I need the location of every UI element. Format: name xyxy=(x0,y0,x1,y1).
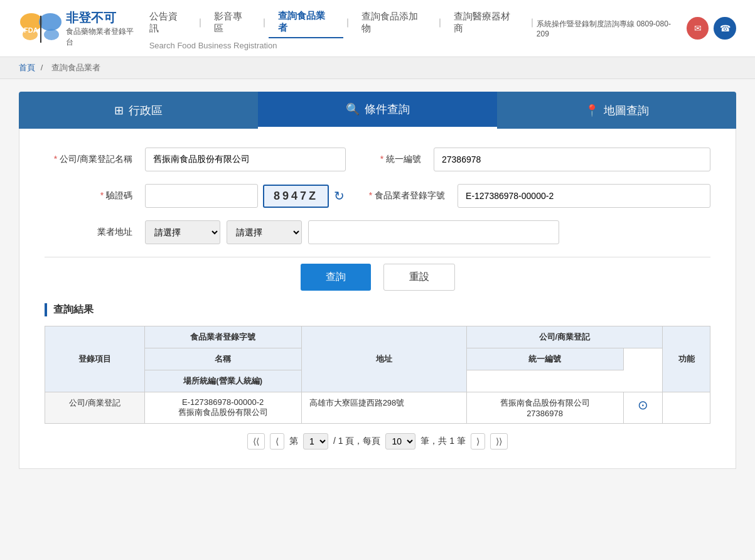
reset-button[interactable]: 重設 xyxy=(383,264,455,291)
unified-label: * 統一編號 xyxy=(358,154,421,165)
svg-text:FDA: FDA xyxy=(24,26,38,34)
address-label: 業者地址 xyxy=(45,227,132,238)
results-section: 查詢結果 登錄項目 食品業者登錄字號 地址 公司/商業登記 功能 名稱 統一編號 xyxy=(45,303,710,450)
pagination-prev-button[interactable]: ⟨ xyxy=(270,433,284,450)
pagination-total-label: / 1 頁，每頁 xyxy=(333,436,380,447)
captcha-input[interactable] xyxy=(145,184,258,208)
captcha-label: * 驗證碼 xyxy=(45,190,132,202)
mail-icon-button[interactable]: ✉ xyxy=(687,17,709,40)
logo-svg: FDA xyxy=(19,6,63,50)
breadcrumb: 首頁 / 查詢食品業者 xyxy=(0,57,755,79)
nav-media[interactable]: 影音專區 xyxy=(205,8,260,38)
captcha-display: 8947Z xyxy=(263,185,329,208)
logo-graphic: FDA xyxy=(19,6,63,50)
form-row-1: * 公司/商業登記名稱 * 統一編號 xyxy=(45,148,710,171)
view-icon[interactable]: ⊙ xyxy=(638,398,648,412)
tab-map-label: 地圖查詢 xyxy=(604,103,649,118)
pagination-first-button[interactable]: ⟨⟨ xyxy=(247,433,265,450)
button-row: 查詢 重設 xyxy=(45,264,710,291)
support-text: 系統操作暨登錄制度諮詢專線 0809-080-209 xyxy=(537,19,682,38)
tab-map[interactable]: 📍 地圖查詢 xyxy=(497,92,736,129)
company-label: * 公司/商業登記名稱 xyxy=(45,154,132,165)
pagination-suffix: 筆，共 1 筆 xyxy=(420,436,466,447)
cell-type: 公司/商業登記 xyxy=(45,392,145,424)
reg-input[interactable] xyxy=(458,184,710,208)
tab-condition[interactable]: 🔍 條件查詢 xyxy=(258,92,497,129)
search-form: * 公司/商業登記名稱 * 統一編號 * 驗證碼 8947Z ↻ * 食品業者登… xyxy=(19,129,736,469)
company-input[interactable] xyxy=(145,148,346,171)
captcha-group: 8947Z ↻ xyxy=(145,184,345,208)
breadcrumb-current: 查詢食品業者 xyxy=(51,63,100,72)
tab-condition-icon: 🔍 xyxy=(346,102,360,116)
breadcrumb-sep: / xyxy=(41,63,43,72)
nav-announcements[interactable]: 公告資訊 xyxy=(140,8,196,38)
nav-sub-label: Search Food Business Registration xyxy=(140,41,277,50)
results-title: 查詢結果 xyxy=(45,303,710,316)
col-address: 地址 xyxy=(301,326,466,392)
unified-input[interactable] xyxy=(434,148,710,171)
pagination-page-label: 第 xyxy=(289,436,298,447)
form-row-3: 業者地址 請選擇 請選擇 xyxy=(45,220,710,244)
tab-bar: ⊞ 行政區 🔍 條件查詢 📍 地圖查詢 xyxy=(19,92,736,129)
tab-map-icon: 📍 xyxy=(585,104,599,117)
address-select-2[interactable]: 請選擇 xyxy=(227,220,302,244)
pagination-next-button[interactable]: ⟩ xyxy=(471,433,485,450)
tab-admin-label: 行政區 xyxy=(129,103,163,118)
table-row: 公司/商業登記 E-127386978-00000-2舊振南食品股份有限公司 高… xyxy=(45,392,710,424)
logo-title: 非登不可 xyxy=(66,9,116,26)
col-name-header: 名稱 xyxy=(144,348,301,370)
query-button[interactable]: 查詢 xyxy=(301,264,371,291)
cell-company-info: 舊振南食品股份有限公司27386978 xyxy=(466,392,623,424)
col-company-reg: 公司/商業登記 xyxy=(466,326,662,348)
captcha-refresh-button[interactable]: ↻ xyxy=(334,188,345,203)
col-reg-no-header: 食品業者登錄字號 xyxy=(144,326,301,348)
cell-function[interactable]: ⊙ xyxy=(623,392,662,424)
svg-point-1 xyxy=(39,13,62,31)
address-select-1[interactable]: 請選擇 xyxy=(145,220,220,244)
cell-address: 高雄市大寮區捷西路298號 xyxy=(301,392,466,424)
address-text-input[interactable] xyxy=(308,220,559,244)
reg-label: * 食品業者登錄字號 xyxy=(357,190,445,202)
main-content: ⊞ 行政區 🔍 條件查詢 📍 地圖查詢 * 公司/商業登記名稱 * 統一編號 xyxy=(0,79,755,482)
tab-condition-label: 條件查詢 xyxy=(365,102,410,117)
page-header: FDA 非登不可 食品藥物業者登錄平台 公告資訊 ｜ 影音專區 ｜ 查詢食品業者… xyxy=(0,0,755,57)
logo-subtitle: 食品藥物業者登錄平台 xyxy=(66,26,140,48)
logo-text-block: 非登不可 食品藥物業者登錄平台 xyxy=(66,9,140,48)
tab-admin[interactable]: ⊞ 行政區 xyxy=(19,92,258,129)
nav-area: 公告資訊 ｜ 影音專區 ｜ 查詢食品業者 ｜ 查詢食品添加物 ｜ 查詢醫療器材商… xyxy=(140,7,537,50)
breadcrumb-home[interactable]: 首頁 xyxy=(19,63,35,72)
tab-admin-icon: ⊞ xyxy=(114,104,124,117)
form-row-2: * 驗證碼 8947Z ↻ * 食品業者登錄字號 xyxy=(45,184,710,208)
pagination-page-select[interactable]: 1 xyxy=(303,433,328,450)
nav-links: 公告資訊 ｜ 影音專區 ｜ 查詢食品業者 ｜ 查詢食品添加物 ｜ 查詢醫療器材商… xyxy=(140,7,537,38)
cell-reg-info: E-127386978-00000-2舊振南食品股份有限公司 xyxy=(144,392,301,424)
col-unified-no-header: 統一編號 xyxy=(466,348,623,370)
pagination-last-button[interactable]: ⟩⟩ xyxy=(490,433,508,450)
results-table: 登錄項目 食品業者登錄字號 地址 公司/商業登記 功能 名稱 統一編號 場所統編… xyxy=(45,326,710,424)
form-divider xyxy=(45,257,710,257)
address-selects: 請選擇 請選擇 xyxy=(145,220,559,244)
col-venue-header: 場所統編(營業人統編) xyxy=(144,370,301,392)
nav-food-biz[interactable]: 查詢食品業者 xyxy=(269,7,343,38)
svg-point-3 xyxy=(44,29,59,40)
nav-food-add[interactable]: 查詢食品添加物 xyxy=(352,8,436,38)
pagination-per-page-select[interactable]: 10 20 50 xyxy=(385,433,415,450)
nav-medical[interactable]: 查詢醫療器材商 xyxy=(444,8,528,38)
phone-icon-button[interactable]: ☎ xyxy=(714,17,736,40)
col-function: 功能 xyxy=(663,326,710,392)
logo-area: FDA 非登不可 食品藥物業者登錄平台 xyxy=(19,6,140,50)
pagination: ⟨⟨ ⟨ 第 1 / 1 頁，每頁 10 20 50 筆，共 1 筆 ⟩ ⟩⟩ xyxy=(45,433,710,450)
col-reg-item: 登錄項目 xyxy=(45,326,145,392)
header-right: 系統操作暨登錄制度諮詢專線 0809-080-209 ✉ ☎ xyxy=(537,17,736,40)
